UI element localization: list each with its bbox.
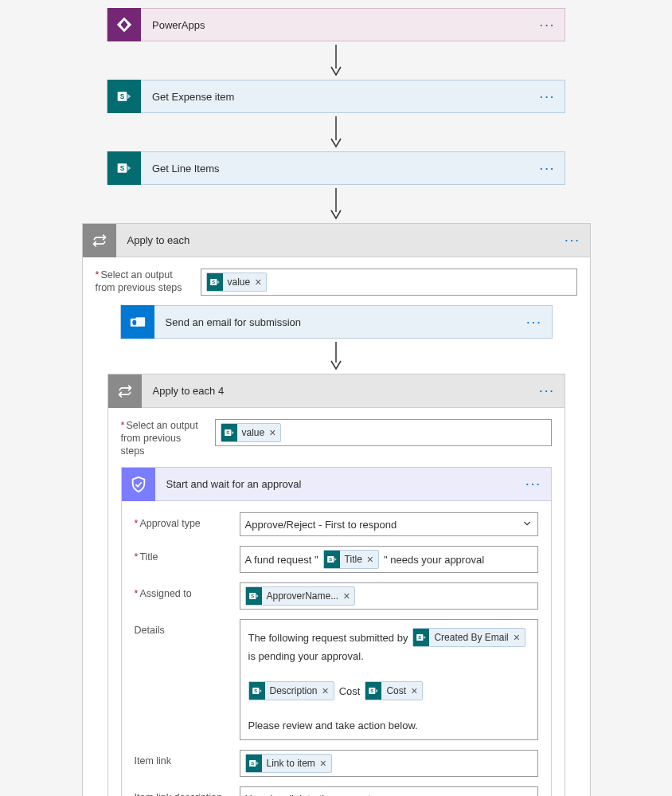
step-apply-to-each[interactable]: Apply to each ··· bbox=[83, 224, 590, 257]
step-menu-icon[interactable]: ··· bbox=[531, 91, 565, 103]
token-value[interactable]: S value × bbox=[206, 273, 268, 292]
sharepoint-icon: S bbox=[107, 151, 141, 185]
step-menu-icon[interactable]: ··· bbox=[518, 316, 552, 328]
svg-text:S: S bbox=[254, 688, 257, 693]
svg-text:S: S bbox=[212, 280, 215, 284]
title-input[interactable]: A fund request " S Title × " needs your … bbox=[240, 546, 538, 573]
sharepoint-icon: S bbox=[246, 755, 262, 772]
step-menu-icon[interactable]: ··· bbox=[531, 19, 565, 31]
step-title: Start and wait for an approval bbox=[155, 478, 518, 490]
loop-icon bbox=[108, 374, 142, 408]
token-value[interactable]: S value × bbox=[221, 423, 282, 442]
remove-token-icon[interactable]: × bbox=[255, 276, 266, 288]
svg-text:S: S bbox=[329, 557, 332, 562]
title-label: Title bbox=[135, 546, 232, 568]
details-label: Details bbox=[135, 619, 232, 641]
remove-token-icon[interactable]: × bbox=[367, 554, 378, 565]
step-title: Get Expense item bbox=[141, 91, 531, 103]
sharepoint-icon: S bbox=[207, 273, 223, 291]
remove-token-icon[interactable]: × bbox=[514, 632, 525, 643]
assigned-to-input[interactable]: S ApproverName... × bbox=[240, 582, 538, 610]
svg-text:S: S bbox=[251, 594, 254, 598]
step-title: Apply to each bbox=[116, 234, 557, 246]
item-link-input[interactable]: S Link to item × bbox=[240, 750, 538, 777]
flow-canvas: PowerApps ··· S Get Expense item ··· S G… bbox=[0, 0, 672, 796]
step-title: PowerApps bbox=[141, 19, 531, 31]
select-output-label: Select an output from previous steps bbox=[121, 419, 207, 457]
step-get-expense-item[interactable]: S Get Expense item ··· bbox=[107, 80, 565, 113]
select-output-input[interactable]: S value × bbox=[201, 269, 577, 296]
sharepoint-icon: S bbox=[107, 80, 141, 113]
svg-point-11 bbox=[132, 320, 136, 326]
token-link-to-item[interactable]: S Link to item × bbox=[245, 754, 333, 773]
scope-apply-to-each: Apply to each ··· Select an output from … bbox=[82, 223, 591, 796]
svg-text:S: S bbox=[251, 761, 254, 766]
details-input[interactable]: The following request submitted by S Cre… bbox=[240, 619, 538, 740]
token-cost[interactable]: S Cost × bbox=[365, 681, 423, 700]
remove-token-icon[interactable]: × bbox=[322, 685, 334, 696]
step-get-line-items[interactable]: S Get Line Items ··· bbox=[107, 151, 565, 185]
connector-arrow bbox=[0, 41, 672, 80]
outlook-icon bbox=[121, 305, 154, 339]
sharepoint-icon: S bbox=[365, 682, 381, 700]
sharepoint-icon: S bbox=[249, 682, 265, 700]
item-link-label: Item link bbox=[135, 750, 232, 772]
select-output-input[interactable]: S value × bbox=[215, 419, 552, 446]
step-menu-icon[interactable]: ··· bbox=[531, 385, 565, 397]
sharepoint-icon: S bbox=[324, 551, 340, 568]
token-title[interactable]: S Title × bbox=[323, 550, 379, 569]
connector-arrow bbox=[0, 185, 672, 223]
connector-arrow bbox=[96, 339, 577, 374]
step-title: Get Line Items bbox=[141, 163, 531, 174]
select-output-label: Select an output from previous steps bbox=[96, 269, 193, 294]
svg-text:S: S bbox=[226, 430, 229, 435]
scope-apply-to-each-4: Apply to each 4 ··· Select an output fro… bbox=[107, 374, 565, 796]
svg-text:S: S bbox=[120, 164, 125, 172]
step-send-email[interactable]: Send an email for submission ··· bbox=[120, 305, 553, 339]
remove-token-icon[interactable]: × bbox=[343, 590, 354, 602]
approval-type-label: Approval type bbox=[135, 512, 232, 535]
step-apply-to-each-4[interactable]: Apply to each 4 ··· bbox=[108, 374, 565, 408]
token-approver-name[interactable]: S ApproverName... × bbox=[245, 586, 356, 606]
step-menu-icon[interactable]: ··· bbox=[557, 234, 590, 246]
item-link-desc-input[interactable]: Here is a link to the request bbox=[240, 786, 538, 796]
svg-text:S: S bbox=[419, 635, 422, 640]
svg-text:S: S bbox=[120, 92, 125, 100]
step-menu-icon[interactable]: ··· bbox=[518, 478, 551, 490]
sharepoint-icon: S bbox=[246, 587, 262, 605]
assigned-to-label: Assigned to bbox=[135, 582, 232, 605]
token-created-by-email[interactable]: S Created By Email × bbox=[412, 628, 525, 647]
approval-icon bbox=[122, 468, 155, 501]
remove-token-icon[interactable]: × bbox=[269, 427, 280, 438]
chevron-down-icon bbox=[522, 518, 533, 531]
connector-arrow bbox=[0, 113, 672, 151]
powerapps-icon bbox=[107, 8, 141, 41]
remove-token-icon[interactable]: × bbox=[411, 685, 422, 696]
step-menu-icon[interactable]: ··· bbox=[531, 163, 565, 174]
sharepoint-icon: S bbox=[221, 424, 237, 441]
step-start-and-wait-approval[interactable]: Start and wait for an approval ··· bbox=[122, 468, 551, 501]
step-title: Send an email for submission bbox=[154, 316, 518, 328]
token-description[interactable]: S Description × bbox=[248, 681, 334, 700]
svg-text:S: S bbox=[371, 688, 374, 693]
step-title: Apply to each 4 bbox=[142, 385, 531, 397]
sharepoint-icon: S bbox=[413, 629, 429, 646]
approval-type-select[interactable]: Approve/Reject - First to respond bbox=[240, 512, 538, 536]
loop-icon bbox=[83, 224, 116, 257]
remove-token-icon[interactable]: × bbox=[320, 758, 331, 769]
item-link-desc-label: Item link description bbox=[135, 786, 232, 796]
step-powerapps[interactable]: PowerApps ··· bbox=[107, 8, 565, 41]
